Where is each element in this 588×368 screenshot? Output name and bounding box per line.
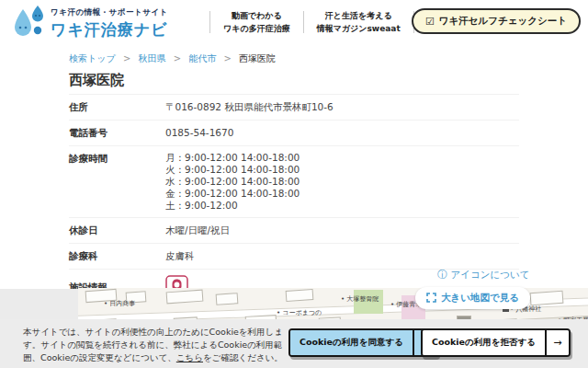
- breadcrumb-link-prefecture[interactable]: 秋田県: [138, 53, 165, 63]
- hours-tuesday: 火：9:00-12:00 14:00-18:00: [165, 164, 300, 176]
- cookie-agree-button[interactable]: Cookieの利用を同意する →: [288, 328, 438, 357]
- closed-days-value: 木曜/日曜/祝日: [165, 224, 230, 237]
- hours-monday: 月：9:00-12:00 14:00-18:00: [165, 152, 300, 164]
- view-larger-map-button[interactable]: 大きい地図で見る: [415, 287, 530, 309]
- cookie-notice-text: 本サイトでは、サイトの利便性の向上のためにCookieを利用します。サイトの閲覧…: [23, 326, 288, 363]
- page-title: 西塚医院: [69, 72, 124, 89]
- table-row-closed-days: 休診日 木曜/日曜/祝日: [69, 218, 519, 244]
- hours-value: 月：9:00-12:00 14:00-18:00 火：9:00-12:00 14…: [165, 152, 300, 212]
- hours-saturday: 土：9:00-12:00: [165, 200, 300, 212]
- cookie-reject-label: Cookieの利用を拒否する: [423, 330, 545, 355]
- row-label: 休診日: [69, 224, 165, 237]
- cookie-agree-label: Cookieの利用を同意する: [290, 330, 413, 355]
- breadcrumb-separator: >: [223, 53, 231, 63]
- row-label: 診療科: [69, 249, 165, 263]
- map-label: 日内商事: [104, 299, 135, 308]
- checkbox-icon: ☑: [425, 16, 435, 28]
- icon-about-link[interactable]: ⓘ アイコンについて: [437, 269, 529, 282]
- breadcrumb-link-search-top[interactable]: 検索トップ: [69, 53, 116, 63]
- table-row-hours: 診療時間 月：9:00-12:00 14:00-18:00 火：9:00-12:…: [69, 146, 519, 218]
- hours-friday: 金：9:00-12:00 14:00-18:00: [165, 188, 300, 200]
- self-check-button-label: ワキ汗セルフチェックシート: [439, 15, 567, 28]
- breadcrumb-current: 西塚医院: [239, 53, 276, 63]
- map-building: [216, 293, 239, 305]
- icon-about-label: アイコンについて: [451, 269, 530, 282]
- expand-icon: [426, 293, 436, 305]
- map-label: コーポまつの: [277, 308, 322, 317]
- site-header: ワキ汗の情報・サポートサイト ワキ汗治療ナビ 動画でわかる ワキの多汗症治療 汗…: [0, 0, 588, 44]
- breadcrumb-separator: >: [174, 53, 181, 63]
- hours-wednesday: 水：9:00-12:00 14:00-18:00: [165, 176, 300, 188]
- map-label: 大塚整骨院: [341, 294, 379, 304]
- map-building: [530, 291, 564, 305]
- table-row-department: 診療科 皮膚科: [69, 244, 519, 270]
- page: ワキ汗の情報・サポートサイト ワキ汗治療ナビ 動画でわかる ワキの多汗症治療 汗…: [0, 0, 588, 368]
- breadcrumb: 検索トップ > 秋田県 > 能代市 > 西塚医院: [69, 52, 276, 65]
- cookie-banner: 本サイトでは、サイトの利便性の向上のためにCookieを利用します。サイトの閲覧…: [0, 319, 588, 368]
- view-larger-map-label: 大きい地図で見る: [441, 292, 519, 305]
- phone-value: 0185-54-1670: [165, 126, 233, 140]
- row-label: 診療時間: [69, 152, 165, 212]
- nav-item-magazine[interactable]: 汗と生活を考える 情報マガジンsweaat: [304, 9, 413, 36]
- map-building: [166, 290, 204, 305]
- site-name: ワキ汗治療ナビ: [51, 19, 168, 40]
- cookie-details-link[interactable]: こちら: [176, 352, 203, 362]
- table-row-address: 住所 〒016-0892 秋田県能代市景林町10-6: [69, 94, 519, 121]
- map-building: [286, 289, 314, 302]
- self-check-button[interactable]: ☑ ワキ汗セルフチェックシート: [412, 8, 581, 34]
- site-logo[interactable]: ワキ汗の情報・サポートサイト ワキ汗治療ナビ: [11, 4, 168, 44]
- department-value: 皮膚科: [165, 249, 195, 263]
- breadcrumb-separator: >: [123, 53, 130, 63]
- info-icon: ⓘ: [437, 269, 447, 282]
- row-label: 住所: [69, 100, 165, 114]
- logo-text: ワキ汗の情報・サポートサイト ワキ汗治療ナビ: [51, 7, 168, 40]
- nav-item-video[interactable]: 動画でわかる ワキの多汗症治療: [210, 9, 303, 36]
- water-drop-mascot-icon: [11, 4, 46, 44]
- breadcrumb-link-city[interactable]: 能代市: [188, 53, 216, 63]
- cookie-reject-button[interactable]: Cookieの利用を拒否する →: [421, 328, 571, 357]
- address-value: 〒016-0892 秋田県能代市景林町10-6: [165, 100, 334, 114]
- site-tagline: ワキ汗の情報・サポートサイト: [51, 7, 168, 18]
- table-row-phone: 電話番号 0185-54-1670: [69, 121, 519, 146]
- row-label: 電話番号: [69, 126, 165, 140]
- arrow-right-icon: →: [545, 330, 569, 355]
